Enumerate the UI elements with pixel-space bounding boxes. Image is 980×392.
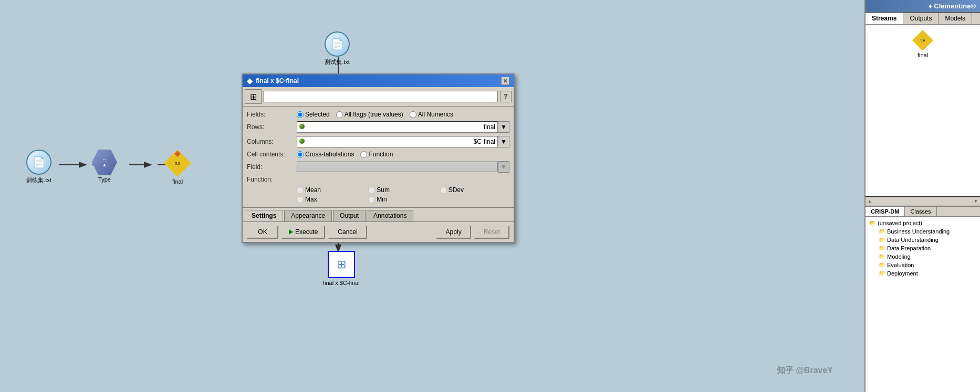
tab-annotations[interactable]: Annotations [367, 210, 413, 221]
model-diamond-icon: 5.0 [912, 30, 933, 51]
tree-item-evaluation-label: Evaluation [887, 262, 914, 268]
execute-button[interactable]: Execute [282, 225, 325, 239]
node-crosstab[interactable]: ⊞ final x $C-final [323, 251, 360, 286]
dialog-toolbar: ⊞ ? [243, 87, 514, 107]
node-train-file[interactable]: 📄 训练集.txt [26, 150, 51, 184]
tab-models[interactable]: Models [939, 13, 972, 24]
help-button[interactable]: ? [500, 91, 512, 102]
dialog-footer: OK Execute Cancel Apply Reset [243, 221, 514, 242]
tree-item-deployment[interactable]: 📁 Deployment [868, 269, 978, 278]
columns-dropdown-btn[interactable]: ▼ [498, 136, 509, 147]
test-file-icon: 📄 [325, 31, 350, 57]
final2-icon: 5.0 [164, 150, 191, 177]
watermark: 知乎 @BraveY [777, 365, 833, 376]
rows-value: final [484, 123, 495, 131]
tree-area: 📂 (unsaved project) 📁 Business Understan… [866, 217, 980, 393]
tab-outputs[interactable]: Outputs [903, 13, 939, 24]
type2-label: Type [98, 176, 111, 183]
radio-cross-tab[interactable]: Cross-tabulations [297, 151, 354, 158]
folder-icon-data-understanding: 📁 [878, 236, 885, 243]
rows-row: Rows: final ▼ [247, 121, 509, 133]
tree-item-business[interactable]: 📁 Business Understanding [868, 227, 978, 236]
tab-settings[interactable]: Settings [245, 210, 283, 221]
node-final2[interactable]: 5.0 final [164, 150, 191, 185]
tab-classes[interactable]: Classes [905, 207, 936, 216]
crosstab-label: final x $C-final [323, 280, 360, 286]
cell-contents-label: Cell contents: [247, 151, 297, 158]
fields-radio-group: Selected All flags (true values) All Num… [297, 111, 453, 118]
tree-root[interactable]: 📂 (unsaved project) [868, 219, 978, 227]
radio-cross-tab-label: Cross-tabulations [305, 151, 354, 158]
right-panel: ♦ Clementine® Streams Outputs Models 5.0… [864, 0, 980, 392]
tree-item-deployment-label: Deployment [887, 270, 918, 277]
tree-item-modeling-label: Modeling [887, 253, 911, 260]
function-label: Function: [247, 176, 297, 183]
radio-max: Max [297, 196, 366, 203]
field-dropdown-btn: ▼ [498, 161, 509, 173]
tab-output[interactable]: Output [333, 210, 366, 221]
dialog-tabs: Settings Appearance Output Annotations [243, 207, 514, 221]
folder-icon-evaluation: 📁 [878, 261, 885, 269]
fields-row: Fields: Selected All flags (true values)… [247, 111, 509, 118]
tab-crisp-dm[interactable]: CRISP-DM [866, 207, 905, 216]
cell-contents-row: Cell contents: Cross-tabulations Functio… [247, 151, 509, 158]
tab-streams[interactable]: Streams [866, 13, 903, 24]
field-row: Field: ▼ [247, 161, 509, 173]
radio-selected-label: Selected [305, 111, 330, 118]
node-type2[interactable]: ↔▲ Type [92, 150, 117, 183]
scroll-up-arrow[interactable]: ▲ [868, 199, 872, 204]
train-file-icon: 📄 [26, 150, 51, 175]
radio-function-input[interactable] [360, 151, 367, 158]
tree-item-modeling[interactable]: 📁 Modeling [868, 252, 978, 261]
radio-cross-tab-input[interactable] [297, 151, 304, 158]
radio-all-numerics[interactable]: All Numerics [410, 111, 453, 118]
radio-all-flags[interactable]: All flags (true values) [336, 111, 403, 118]
tree-item-evaluation[interactable]: 📁 Evaluation [868, 261, 978, 269]
tab-appearance[interactable]: Appearance [284, 210, 332, 221]
radio-function[interactable]: Function [360, 151, 393, 158]
field-input [297, 162, 498, 172]
toolbar-grid-btn[interactable]: ⊞ [245, 89, 262, 104]
radio-sum-label: Sum [377, 186, 390, 194]
ok-button[interactable]: OK [247, 225, 278, 239]
models-area: 5.0 final [866, 25, 980, 196]
radio-sum-input [368, 187, 375, 194]
radio-max-input [297, 196, 304, 203]
apply-button[interactable]: Apply [436, 225, 471, 239]
node-test-file[interactable]: 📄 测试集.txt [325, 31, 350, 66]
final2-label: final [172, 178, 183, 185]
execute-label: Execute [295, 228, 318, 236]
columns-indicator [299, 138, 307, 145]
rows-dropdown-btn[interactable]: ▼ [498, 121, 509, 133]
tree-item-data-preparation-label: Data Preparation [887, 245, 931, 251]
folder-icon-business: 📁 [878, 228, 885, 235]
radio-all-flags-label: All flags (true values) [345, 111, 403, 118]
radio-selected[interactable]: Selected [297, 111, 330, 118]
tree-root-label: (unsaved project) [878, 220, 922, 226]
radio-function-label: Function [369, 151, 393, 158]
columns-select[interactable]: $C-final [297, 136, 498, 147]
model-item-label: final [918, 52, 928, 58]
clementine-header: ♦ Clementine® [866, 0, 980, 13]
scroll-down-arrow[interactable]: ▼ [974, 199, 978, 204]
radio-all-numerics-label: All Numerics [418, 111, 453, 118]
top-tabs: Streams Outputs Models [866, 13, 980, 25]
field-label: Field: [247, 163, 297, 171]
fields-label: Fields: [247, 111, 297, 118]
toolbar-search[interactable] [264, 91, 498, 102]
main-canvas: 📄 测试集.txt ↔▲ Type 5.0 final ⊞ final x $C… [0, 0, 864, 392]
cancel-button[interactable]: Cancel [328, 225, 367, 239]
radio-min: Min [368, 196, 437, 203]
radio-max-label: Max [305, 196, 317, 203]
dialog: ◆ final x $C-final ✕ ⊞ ? Fields: Selecte… [242, 73, 515, 243]
tree-item-data-preparation[interactable]: 📁 Data Preparation [868, 244, 978, 252]
model-item-final[interactable]: 5.0 final [912, 30, 933, 58]
reset-button[interactable]: Reset [474, 225, 509, 239]
rows-select[interactable]: final [297, 121, 498, 133]
radio-all-numerics-input[interactable] [410, 111, 416, 118]
radio-selected-input[interactable] [297, 111, 304, 118]
columns-row: Columns: $C-final ▼ [247, 136, 509, 147]
dialog-close-button[interactable]: ✕ [501, 77, 509, 85]
tree-item-data-understanding[interactable]: 📁 Data Understanding [868, 236, 978, 244]
radio-all-flags-input[interactable] [336, 111, 343, 118]
